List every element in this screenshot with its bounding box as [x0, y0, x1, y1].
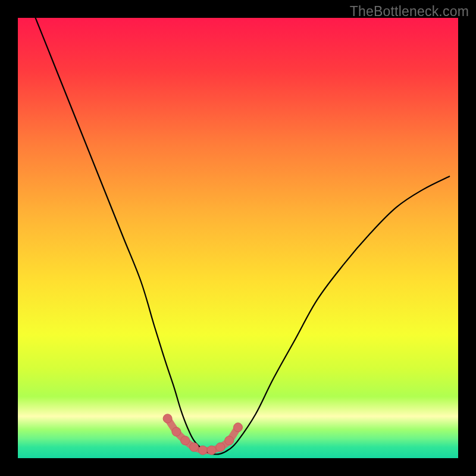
optimal-range-marker [163, 414, 172, 423]
optimal-range-marker [198, 446, 207, 455]
optimal-range-marker [234, 423, 243, 432]
optimal-range-marker [172, 427, 181, 436]
optimal-range-marker [216, 443, 225, 452]
optimal-range-marker [181, 436, 190, 445]
optimal-range-marker [207, 446, 216, 455]
optimal-range-marker [190, 443, 199, 452]
watermark-text: TheBottleneck.com [350, 4, 469, 20]
bottleneck-curve [36, 18, 450, 455]
chart-frame: TheBottleneck.com [0, 0, 476, 476]
curve-layer [18, 18, 458, 458]
plot-area [18, 18, 458, 458]
optimal-range-marker [225, 436, 234, 445]
